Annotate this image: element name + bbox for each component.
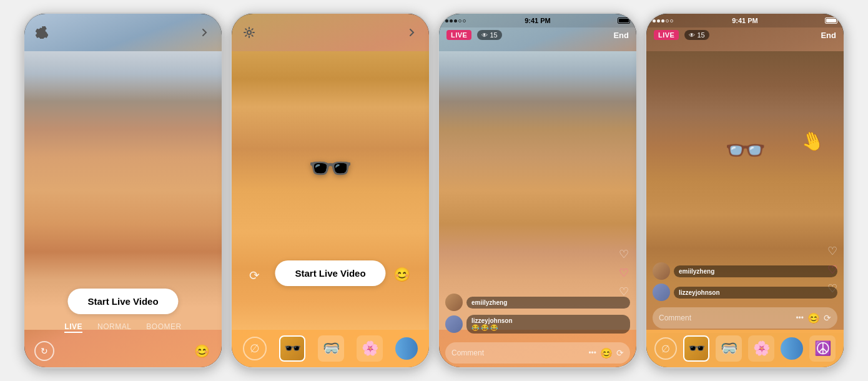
flip-input-icon-3[interactable]: ⟳ <box>616 348 624 358</box>
top-controls-1 <box>24 20 222 45</box>
comment-placeholder-4: Comment <box>659 314 796 322</box>
commenter-avatar-1-3 <box>445 294 463 311</box>
viewer-count-4: 👁 15 <box>684 30 709 40</box>
comments-area-4: emiilyzheng lizzeyjohnson <box>646 262 844 305</box>
input-icons-4: ••• 😊 ⟳ <box>796 312 831 324</box>
glasses-filter-overlay-4: 👓 <box>724 130 766 169</box>
comment-bubble-1-4: emiilyzheng <box>674 265 837 277</box>
emoji-input-icon-4[interactable]: 😊 <box>807 312 820 324</box>
phone-frame-4: 👓 🤚 9:41 PM LIVE 👁 15 End <box>645 12 845 369</box>
viewer-count-3: 👁 15 <box>477 30 501 40</box>
more-options-icon-3[interactable]: ••• <box>588 349 596 357</box>
flip-input-icon-4[interactable]: ⟳ <box>824 313 831 323</box>
peace-filter-btn-4[interactable]: ☮️ <box>809 335 836 362</box>
sunglasses-filter-btn-4[interactable]: 🕶️ <box>683 335 709 362</box>
bottom-controls-1: ↻ 😊 <box>24 341 222 361</box>
phone-frame-3: 9:41 PM LIVE 👁 15 End ♡ ♡ ♡ emiilyzheng <box>438 12 638 369</box>
flip-camera-icon[interactable]: ↻ <box>34 341 54 361</box>
end-button-4[interactable]: End <box>821 31 836 40</box>
phone-frame-1: Start Live Video LIVE NORMAL BOOMER ↻ 😊 <box>23 12 223 369</box>
flip-icon-2[interactable]: ⟳ <box>249 268 260 283</box>
goggles-filter-btn-4[interactable]: 🥽 <box>716 335 742 362</box>
sticker-icon-2[interactable]: 😊 <box>393 267 410 283</box>
filter-strip-2: ∅ 🕶️ 🥽 🌸 <box>232 330 429 367</box>
signal-dots-3 <box>445 19 466 22</box>
stripe-filter-btn-2[interactable] <box>395 337 418 360</box>
settings-icon-2[interactable] <box>240 24 258 41</box>
mode-tabs-1: LIVE NORMAL BOOMER <box>24 322 222 333</box>
commenter-avatar-2-4 <box>653 284 670 301</box>
start-live-button-2[interactable]: Start Live Video <box>275 260 385 286</box>
comment-bubble-2-3: lizzeyjohnson 😂 😂 😂 <box>466 315 630 334</box>
comment-input-4[interactable]: Comment ••• 😊 ⟳ <box>653 307 837 329</box>
comments-area-3: emiilyzheng lizzeyjohnson 😂 😂 😂 <box>439 294 636 337</box>
comment-row-1-4: emiilyzheng <box>653 262 837 280</box>
live-badge-3: LIVE <box>446 30 471 40</box>
comment-row-2-4: lizzeyjohnson <box>653 284 837 301</box>
no-filter-btn-4[interactable]: ∅ <box>654 337 677 360</box>
settings-icon[interactable] <box>33 24 51 41</box>
comment-bubble-1-3: emiilyzheng <box>466 297 630 309</box>
tab-boomerang-1[interactable]: BOOMER <box>146 322 181 333</box>
live-badge-4: LIVE <box>654 30 679 40</box>
flower-filter-btn-4[interactable]: 🌸 <box>748 335 774 362</box>
start-live-button-1[interactable]: Start Live Video <box>67 289 178 314</box>
glasses-filter-overlay: 🕶️ <box>308 147 353 189</box>
flower-filter-btn-2[interactable]: 🌸 <box>357 335 383 362</box>
status-bar-3: 9:41 PM <box>439 14 636 27</box>
more-options-icon-4[interactable]: ••• <box>796 314 804 322</box>
input-icons-3: ••• 😊 ⟳ <box>588 347 624 359</box>
phone-frame-2: 🕶️ Start Live Video 😊 ⟳ ∅ 🕶️ 🥽 🌸 <box>230 12 430 369</box>
goggles-filter-btn-2[interactable]: 🥽 <box>318 335 344 362</box>
next-icon-2[interactable] <box>403 24 420 41</box>
status-bar-4: 9:41 PM <box>646 14 844 27</box>
commenter-avatar-2-3 <box>445 315 463 333</box>
comment-row-1-3: emiilyzheng <box>445 294 630 311</box>
comment-bubble-2-4: lizzeyjohnson <box>674 287 837 299</box>
tab-normal-1[interactable]: NORMAL <box>97 322 131 333</box>
comment-input-3[interactable]: Comment ••• 😊 ⟳ <box>445 342 630 364</box>
battery-3 <box>618 17 630 24</box>
emoji-input-icon-3[interactable]: 😊 <box>600 347 613 359</box>
time-3: 9:41 PM <box>525 17 551 24</box>
live-controls-4: LIVE 👁 15 End <box>646 27 844 42</box>
sunglasses-filter-btn-2[interactable]: 🕶️ <box>279 335 305 362</box>
comment-row-2-3: lizzeyjohnson 😂 😂 😂 <box>445 315 630 334</box>
camera-view-3 <box>439 51 636 330</box>
no-filter-btn-2[interactable]: ∅ <box>243 337 267 360</box>
live-controls-3: LIVE 👁 15 End <box>439 27 636 42</box>
top-controls-2 <box>232 20 429 45</box>
comment-placeholder-3: Comment <box>451 349 588 357</box>
filter-strip-4: ∅ 🕶️ 🥽 🌸 ☮️ <box>646 330 844 367</box>
tab-live-1[interactable]: LIVE <box>64 322 82 333</box>
battery-4 <box>825 17 837 24</box>
time-4: 9:41 PM <box>732 17 758 24</box>
stripe-filter-btn-4[interactable] <box>781 337 803 360</box>
commenter-avatar-1-4 <box>653 262 670 280</box>
svg-point-0 <box>247 31 251 34</box>
next-icon[interactable] <box>195 24 213 41</box>
emoji-icon[interactable]: 😊 <box>192 341 212 361</box>
signal-dots-4 <box>653 19 673 22</box>
hearts-3: ♡ ♡ ♡ <box>619 247 629 299</box>
end-button-3[interactable]: End <box>613 31 629 40</box>
camera-view-2: 🕶️ <box>232 51 429 330</box>
